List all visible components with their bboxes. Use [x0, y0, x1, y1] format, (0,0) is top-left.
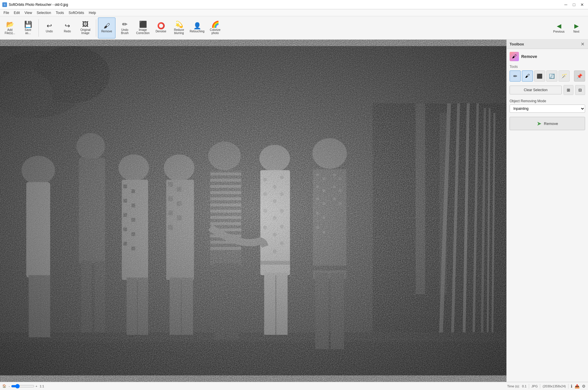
toolbox-close-button[interactable]: ✕: [580, 41, 585, 47]
remove-section-icon: 🖌: [510, 52, 519, 61]
remove-section: 🖌 Remove: [510, 52, 585, 61]
remove-action-button[interactable]: ➤ Remove: [510, 117, 585, 130]
colorize-icon: 🌈: [211, 21, 219, 28]
object-removing-mode-select[interactable]: Inpainting Content-aware fill Solid fill: [510, 105, 585, 113]
tools-grid: ✏ 🖌 ⬛ 🔄 🪄 📌: [510, 70, 585, 82]
tools-section-label: Tools: [510, 65, 585, 69]
toolbox-header: Toolbox ✕: [507, 40, 588, 49]
remove-button[interactable]: 🖌 Remove: [98, 17, 115, 38]
zoom-range-input[interactable]: [11, 384, 34, 389]
denoise-button[interactable]: ⭕ Denoise: [152, 17, 170, 38]
status-dimensions: (2030x1358x24): [543, 384, 566, 388]
pencil-tool-button[interactable]: ✏: [510, 70, 521, 82]
nav-buttons: ◀ Previous ▶ Next: [551, 17, 587, 38]
reduce-blurring-button[interactable]: 💫 Reduce blurring: [170, 17, 188, 38]
clear-selection-button[interactable]: Clear Selection: [510, 86, 562, 94]
remove-action-arrow-icon: ➤: [537, 120, 542, 127]
toolbar-sep-1: [38, 19, 39, 37]
main-content: Toolbox ✕ 🖌 Remove Tools ✏ 🖌 ⬛ 🔄 🪄 📌: [0, 40, 588, 382]
menu-selection[interactable]: Selection: [34, 10, 53, 15]
status-format: JPG: [531, 384, 538, 388]
status-share-icon[interactable]: 📤: [575, 384, 580, 389]
original-image-button[interactable]: 🖼 Original Image: [77, 17, 94, 38]
remove-label: Remove: [101, 30, 112, 33]
retouching-button[interactable]: 👤 Retouching: [188, 17, 206, 38]
undo-label: Undo: [46, 30, 53, 33]
status-time-value: 0.1: [522, 384, 526, 388]
maximize-button[interactable]: □: [571, 1, 578, 8]
minimize-button[interactable]: ─: [562, 1, 569, 8]
original-image-label: Original Image: [80, 28, 90, 35]
photo-image: [0, 40, 506, 382]
status-separator-3: [568, 384, 568, 389]
denoise-label: Denoise: [156, 30, 166, 33]
title-bar-controls: ─ □ ✕: [562, 1, 586, 8]
remove-section-label: Remove: [521, 54, 537, 59]
previous-button[interactable]: ◀ Previous: [551, 17, 567, 38]
next-arrow: ▶: [574, 22, 579, 29]
menu-edit[interactable]: Edit: [11, 10, 22, 15]
wand-tool-button[interactable]: 🪄: [559, 70, 570, 82]
toolbox-panel: Toolbox ✕ 🖌 Remove Tools ✏ 🖌 ⬛ 🔄 🪄 📌: [506, 40, 588, 382]
image-correction-icon: ⬛: [139, 21, 147, 28]
colorize-label: Colorize photo: [210, 28, 221, 35]
close-button[interactable]: ✕: [579, 1, 586, 8]
svg-rect-122: [0, 46, 506, 375]
lasso-tool-button[interactable]: 🔄: [546, 70, 557, 82]
save-as-label: Save as...: [25, 28, 31, 35]
toolbox-title: Toolbox: [510, 42, 524, 46]
status-settings-icon[interactable]: ⚙: [582, 384, 586, 389]
menu-file[interactable]: File: [1, 10, 11, 15]
undo-brush-icon: ✏: [122, 21, 127, 28]
brush-tool-button[interactable]: 🖌: [522, 70, 533, 82]
colorize-button[interactable]: 🌈 Colorize photo: [206, 17, 224, 38]
image-correction-label: Image Correction: [136, 28, 150, 35]
next-label: Next: [573, 30, 580, 33]
save-as-icon: 💾: [24, 21, 32, 28]
previous-label: Previous: [553, 30, 565, 33]
menu-help[interactable]: Help: [87, 10, 99, 15]
next-button[interactable]: ▶ Next: [568, 17, 585, 38]
undo-icon: ↩: [47, 23, 52, 29]
status-info-icon[interactable]: ℹ: [571, 384, 572, 389]
photo-container: [0, 40, 506, 382]
toolbar: 📂 Add File(s)... 💾 Save as... ↩ Undo ↪ R…: [0, 16, 588, 40]
image-correction-button[interactable]: ⬛ Image Correction: [134, 17, 152, 38]
window-title: SoftOrbits Photo Retoucher - old-0.jpg: [9, 3, 68, 7]
zoom-minus-icon: -: [9, 384, 10, 388]
remove-action-label: Remove: [544, 121, 558, 126]
select-add-button[interactable]: ⊞: [564, 85, 573, 95]
original-image-icon: 🖼: [82, 21, 89, 28]
add-files-label: Add File(s)...: [5, 28, 15, 35]
zoom-level-label: 1:1: [40, 384, 44, 388]
undo-brush-button[interactable]: ✏ Undo Brush: [116, 17, 134, 38]
zoom-plus-icon: +: [36, 384, 37, 388]
menu-softorbits[interactable]: SoftOrbits: [66, 10, 86, 15]
zoom-slider: - +: [9, 384, 37, 389]
title-bar-left: S SoftOrbits Photo Retoucher - old-0.jpg: [2, 2, 68, 7]
status-icon-home: 🏠: [2, 384, 6, 388]
title-bar: S SoftOrbits Photo Retoucher - old-0.jpg…: [0, 0, 588, 9]
image-area[interactable]: [0, 40, 506, 382]
redo-icon: ↪: [65, 23, 70, 29]
denoise-icon: ⭕: [157, 23, 165, 29]
status-separator-1: [529, 384, 529, 389]
status-right: Time (s): 0.1 JPG (2030x1358x24) ℹ 📤 ⚙: [507, 384, 586, 389]
add-files-icon: 📂: [6, 21, 14, 28]
undo-brush-label: Undo Brush: [121, 28, 129, 35]
add-files-button[interactable]: 📂 Add File(s)...: [1, 17, 19, 38]
object-removing-mode-label: Object Removing Mode: [510, 99, 585, 103]
undo-button[interactable]: ↩ Undo: [41, 17, 58, 38]
menu-view[interactable]: View: [22, 10, 34, 15]
stamp-tool-button[interactable]: 📌: [574, 70, 585, 82]
status-time-label: Time (s):: [507, 384, 520, 388]
reduce-blurring-label: Reduce blurring: [174, 28, 184, 35]
menu-tools[interactable]: Tools: [53, 10, 66, 15]
reduce-blurring-icon: 💫: [175, 21, 183, 28]
select-subtract-button[interactable]: ⊟: [575, 85, 585, 95]
save-as-button[interactable]: 💾 Save as...: [19, 17, 37, 38]
rect-select-tool-button[interactable]: ⬛: [534, 70, 545, 82]
menu-bar: File Edit View Selection Tools SoftOrbit…: [0, 9, 588, 16]
app-icon: S: [2, 2, 7, 7]
redo-button[interactable]: ↪ Redo: [59, 17, 76, 38]
